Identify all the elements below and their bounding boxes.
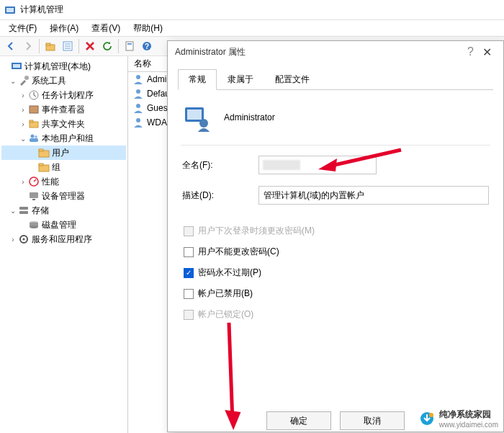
tab-member-of[interactable]: 隶属于 (217, 69, 264, 90)
tree-twisty[interactable]: ⌄ (9, 207, 17, 215)
tree-twisty[interactable]: › (19, 106, 27, 114)
checkbox-icon[interactable] (184, 289, 194, 299)
svg-point-33 (30, 226, 38, 228)
checkbox-icon[interactable] (184, 247, 194, 257)
tree-twisty[interactable]: ⌄ (19, 135, 27, 143)
watermark: 纯净系统家园 www.yidaimei.com (419, 409, 498, 429)
window-title: 计算机管理 (20, 4, 63, 16)
tree-event-viewer[interactable]: 事件查看器 (42, 104, 85, 116)
dialog-close-button[interactable]: ✕ (478, 45, 496, 59)
check-must-change: 用户下次登录时须更改密码(M) (178, 220, 493, 241)
tree-local-users[interactable]: 本地用户和组 (42, 133, 94, 145)
check-locked: 帐户已锁定(O) (178, 304, 493, 325)
nav-tree: 计算机管理(本地) ⌄系统工具 ›任务计划程序 ›事件查看器 ›共享文件夹 ⌄本… (0, 56, 128, 433)
forward-button[interactable] (20, 38, 36, 54)
dialog-help-button[interactable]: ? (463, 45, 478, 58)
tree-twisty[interactable]: ⌄ (9, 77, 17, 85)
description-input[interactable] (258, 186, 489, 205)
fullname-label: 全名(F): (182, 159, 251, 171)
tab-profile[interactable]: 配置文件 (264, 69, 320, 90)
checkbox-icon[interactable]: ✓ (184, 268, 194, 278)
performance-icon (28, 176, 40, 187)
check-never-expires-label: 密码永不过期(P) (198, 267, 261, 279)
folder-icon (38, 161, 50, 173)
tree-storage[interactable]: 存储 (32, 205, 49, 217)
svg-rect-21 (30, 138, 38, 142)
tree-system-tools[interactable]: 系统工具 (32, 75, 66, 87)
svg-point-39 (136, 118, 140, 122)
tree-users[interactable]: 用户 (52, 147, 69, 159)
check-never-expires[interactable]: ✓ 密码永不过期(P) (178, 262, 493, 283)
properties-button[interactable] (60, 38, 76, 54)
menu-view[interactable]: 查看(V) (86, 21, 126, 36)
check-disabled[interactable]: 帐户已禁用(B) (178, 283, 493, 304)
svg-point-38 (136, 104, 140, 108)
disk-management-icon (28, 219, 40, 231)
user-icon (132, 102, 144, 114)
refresh-button[interactable] (99, 38, 115, 54)
device-manager-icon (28, 190, 40, 202)
ok-button[interactable]: 确定 (266, 411, 331, 430)
svg-rect-1 (6, 8, 14, 12)
svg-point-48 (429, 413, 433, 417)
dialog-titlebar[interactable]: Administrator 属性 ? ✕ (168, 41, 503, 63)
dialog-title: Administrator 属性 (175, 46, 246, 58)
list-item-label: WDA (147, 117, 167, 128)
toolbar-separator (118, 39, 119, 53)
checkbox-icon (184, 310, 194, 320)
cancel-button[interactable]: 取消 (340, 411, 405, 430)
svg-point-42 (199, 119, 208, 128)
properties-dialog: Administrator 属性 ? ✕ 常规 隶属于 配置文件 Adminis… (167, 40, 504, 432)
storage-icon (18, 205, 30, 216)
tree-twisty[interactable]: › (19, 91, 27, 99)
username-label: Administrator (224, 112, 275, 122)
tree-twisty[interactable]: › (19, 178, 27, 186)
tree-root[interactable]: 计算机管理(本地) (24, 61, 91, 73)
svg-rect-41 (187, 110, 202, 120)
tree-groups[interactable]: 组 (52, 161, 60, 174)
up-button[interactable] (42, 38, 58, 54)
list-item-label: Gues (147, 103, 168, 113)
toolbar-separator (39, 39, 40, 53)
svg-point-37 (136, 89, 140, 94)
watermark-name: 纯净系统家园 (439, 409, 498, 421)
menu-action[interactable]: 操作(A) (44, 21, 84, 36)
check-cannot-change-label: 用户不能更改密码(C) (198, 246, 279, 258)
scheduler-icon (28, 89, 40, 101)
svg-rect-25 (39, 164, 43, 166)
tree-disk-management[interactable]: 磁盘管理 (42, 219, 76, 231)
redacted-text (263, 160, 300, 170)
tree-task-scheduler[interactable]: 任务计划程序 (42, 89, 94, 102)
back-button[interactable] (3, 38, 19, 54)
tree-services-apps[interactable]: 服务和应用程序 (32, 233, 92, 246)
svg-rect-16 (30, 106, 38, 113)
check-cannot-change[interactable]: 用户不能更改密码(C) (178, 241, 493, 262)
export-button[interactable] (122, 38, 138, 54)
user-icon (132, 73, 144, 85)
tree-device-manager[interactable]: 设备管理器 (42, 190, 85, 202)
check-must-change-label: 用户下次登录时须更改密码(M) (198, 225, 315, 237)
event-viewer-icon (28, 104, 40, 115)
user-header: Administrator (178, 90, 493, 145)
svg-rect-27 (30, 192, 38, 198)
svg-rect-3 (46, 43, 50, 45)
menubar: 文件(F) 操作(A) 查看(V) 帮助(H) (0, 20, 504, 36)
svg-rect-30 (19, 211, 28, 214)
dialog-tabs: 常规 隶属于 配置文件 (178, 68, 493, 90)
help-button[interactable]: ? (139, 38, 155, 54)
delete-button[interactable] (82, 38, 98, 54)
svg-point-20 (35, 135, 37, 138)
shared-folders-icon (28, 118, 40, 130)
watermark-logo-icon (419, 411, 435, 427)
menu-file[interactable]: 文件(F) (3, 21, 42, 36)
checkbox-icon (184, 226, 194, 236)
tree-performance[interactable]: 性能 (42, 176, 59, 188)
menu-help[interactable]: 帮助(H) (127, 21, 168, 36)
watermark-url: www.yidaimei.com (439, 421, 498, 429)
svg-rect-23 (39, 149, 43, 151)
services-icon (18, 233, 30, 245)
tree-shared-folders[interactable]: 共享文件夹 (42, 118, 85, 130)
tree-twisty[interactable]: › (19, 120, 27, 128)
tab-general[interactable]: 常规 (178, 69, 217, 90)
tree-twisty[interactable]: › (9, 236, 17, 244)
